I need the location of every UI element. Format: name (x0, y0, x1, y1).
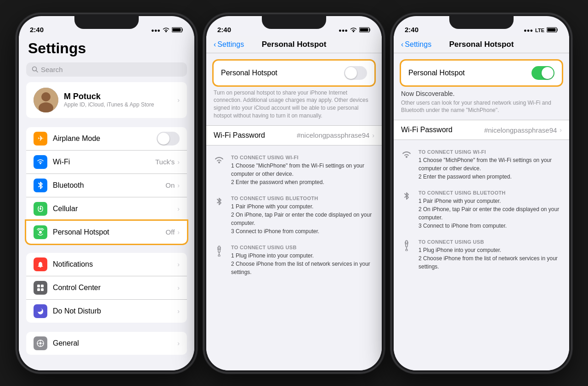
lte-icon: LTE (535, 28, 544, 33)
hotspot-toggle-row-3: Personal Hotspot (401, 61, 562, 85)
status-icons-2: ●●● (339, 27, 371, 34)
phone-3: 2:40 ●●● LTE ‹ Settings Personal Hotsp (392, 14, 571, 372)
wifi-pw-row-3[interactable]: Wi-Fi Password #nicelongpassphrase94 › (394, 120, 569, 140)
connect-usb-2: TO CONNECT USING USB 1 Plug iPhone into … (214, 245, 374, 276)
dnd-label: Do Not Disturb (53, 307, 177, 315)
nav-bar-2: ‹ Settings Personal Hotspot (206, 36, 382, 53)
hotspot-toggle-label-3: Personal Hotspot (408, 69, 531, 77)
svg-rect-11 (37, 288, 40, 291)
connect-bt-2: TO CONNECT USING BLUETOOTH 1 Pair iPhone… (214, 196, 374, 235)
svg-rect-28 (405, 242, 406, 243)
wifi-cell-icon (34, 155, 47, 169)
profile-subtitle: Apple ID, iCloud, iTunes & App Store (64, 101, 177, 108)
wifi-pw-value-3: #nicelongpassphrase94 (484, 126, 557, 134)
airplane-toggle[interactable] (157, 132, 180, 145)
notch-3 (449, 16, 514, 29)
wifi-cell[interactable]: Wi-Fi Tuck's › (26, 151, 187, 174)
phones-container: 2:40 ●●● Settings Search (0, 0, 588, 386)
connect-wifi-3: TO CONNECT USING WI-FI 1 Choose "MichPho… (401, 149, 562, 181)
wifi-chevron: › (177, 158, 180, 166)
signal-icon-2: ●●● (339, 28, 348, 33)
control-center-cell[interactable]: Control Center › (26, 276, 187, 300)
general-cell[interactable]: General › (26, 332, 187, 355)
profile-chevron: › (177, 96, 180, 104)
cellular-chevron: › (177, 205, 180, 213)
signal-icon-3: ●●● (524, 28, 533, 33)
connect-wifi-icon-2 (214, 155, 225, 164)
avatar (34, 88, 58, 112)
svg-rect-29 (407, 242, 408, 243)
discoverable-text-3: Now Discoverable. (394, 85, 569, 99)
connect-section-2: TO CONNECT USING WI-FI 1 Choose "MichPho… (206, 145, 382, 285)
discoverable-sub-3: Other users can look for your shared net… (394, 99, 569, 120)
nav-bar-3: ‹ Settings Personal Hotspot (394, 36, 569, 53)
settings-title: Settings (19, 36, 194, 62)
hotspot-toggle-2[interactable] (344, 66, 367, 80)
hotspot-icon (34, 225, 47, 239)
svg-rect-22 (217, 247, 219, 248)
svg-rect-20 (360, 28, 368, 31)
signal-icon: ●●● (151, 28, 160, 33)
hotspot-chevron: › (177, 229, 180, 236)
connect-wifi-text-2: TO CONNECT USING WI-FI 1 Choose "MichPho… (231, 155, 374, 186)
notifications-cell[interactable]: Notifications › (26, 253, 187, 276)
airplane-mode-cell[interactable]: ✈ Airplane Mode (26, 127, 187, 151)
status-time-3: 2:40 (405, 26, 418, 34)
notch-1 (74, 16, 139, 29)
bluetooth-icon (34, 179, 47, 192)
connect-usb-3: TO CONNECT USING USB 1 Plug iPhone into … (401, 239, 562, 271)
hotspot-desc-2: Turn on personal hotspot to share your i… (206, 85, 382, 125)
bluetooth-cell[interactable]: Bluetooth On › (26, 174, 187, 197)
status-time-2: 2:40 (217, 26, 231, 34)
hotspot-toggle-3[interactable] (531, 66, 554, 80)
hotspot-label: Personal Hotspot (53, 228, 166, 236)
svg-rect-26 (548, 28, 556, 31)
wifi-pw-row-2[interactable]: Wi-Fi Password #nicelongpassphrase94 › (206, 125, 382, 145)
hotspot-screen-3: ‹ Settings Personal Hotspot Personal Hot… (394, 36, 569, 370)
wifi-icon-2 (350, 27, 357, 34)
connect-section-3: TO CONNECT USING WI-FI 1 Choose "MichPho… (394, 140, 569, 280)
nav-title-2: Personal Hotspot (250, 40, 338, 49)
search-placeholder: Search (41, 66, 63, 73)
svg-point-24 (218, 255, 220, 257)
connect-wifi-icon-3 (401, 149, 412, 158)
wifi-status-icon (163, 27, 170, 34)
profile-cell[interactable]: M Potuck Apple ID, iCloud, iTunes & App … (26, 82, 187, 118)
back-button-3[interactable]: ‹ Settings (401, 40, 438, 49)
wifi-pw-chevron-3: › (560, 126, 562, 134)
notifications-label: Notifications (53, 260, 177, 269)
profile-info: M Potuck Apple ID, iCloud, iTunes & App … (64, 92, 177, 108)
battery-icon-2 (359, 27, 371, 34)
hotspot-toggle-label-2: Personal Hotspot (221, 69, 344, 77)
settings-screen: Settings Search (19, 36, 194, 370)
connect-wifi-2: TO CONNECT USING WI-FI 1 Choose "MichPho… (214, 155, 374, 186)
connect-usb-text-3: TO CONNECT USING USB 1 Plug iPhone into … (418, 239, 562, 271)
status-time-1: 2:40 (30, 26, 44, 34)
hotspot-screen-2: ‹ Settings Personal Hotspot Personal Hot… (206, 36, 382, 370)
bluetooth-chevron: › (177, 182, 180, 189)
connect-usb-icon-3 (401, 239, 412, 251)
airplane-mode-icon: ✈ (34, 132, 47, 145)
do-not-disturb-cell[interactable]: Do Not Disturb › (26, 300, 187, 323)
bluetooth-label: Bluetooth (53, 181, 165, 190)
svg-rect-10 (41, 285, 44, 287)
general-label: General (53, 339, 177, 347)
svg-rect-1 (173, 28, 181, 31)
notch-2 (262, 16, 326, 29)
general-icon (34, 336, 47, 350)
wifi-pw-label-3: Wi-Fi Password (401, 126, 484, 134)
connect-bt-text-2: TO CONNECT USING BLUETOOTH 1 Pair iPhone… (231, 196, 374, 235)
search-bar[interactable]: Search (26, 62, 187, 77)
hotspot-cell[interactable]: Personal Hotspot Off › (26, 221, 187, 244)
back-button-2[interactable]: ‹ Settings (214, 40, 250, 49)
back-label-3: Settings (405, 40, 431, 49)
phone-2: 2:40 ●●● ‹ Settings (204, 14, 384, 372)
cellular-cell[interactable]: Cellular › (26, 197, 187, 221)
connect-bt-text-3: TO CONNECT USING BLUETOOTH 1 Pair iPhone… (418, 190, 562, 230)
connect-usb-icon-2 (214, 245, 225, 257)
svg-point-14 (40, 342, 42, 344)
svg-rect-12 (41, 288, 44, 291)
nav-title-3: Personal Hotspot (438, 40, 525, 49)
battery-icon-3 (547, 27, 558, 34)
wifi-label: Wi-Fi (53, 158, 155, 166)
